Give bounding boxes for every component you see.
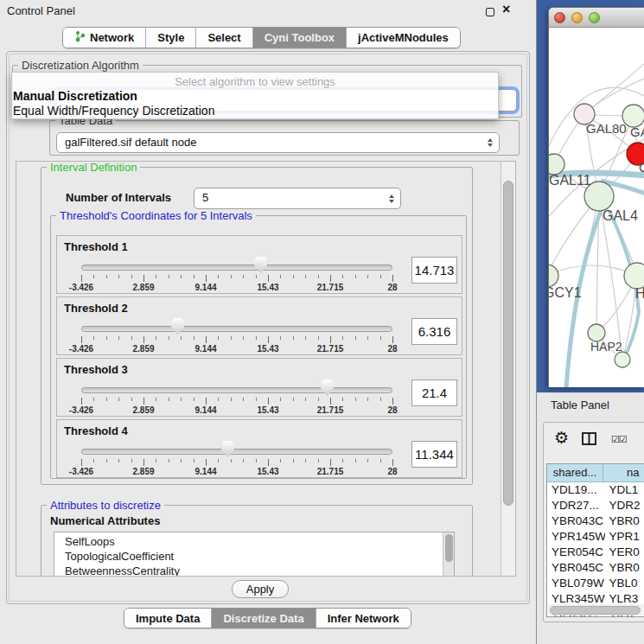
tab-discretize-data[interactable]: Discretize Data bbox=[211, 609, 315, 628]
tab-jactivemnodules[interactable]: jActiveMNodules bbox=[346, 28, 460, 48]
number-of-intervals-combobox[interactable]: 5 bbox=[194, 188, 401, 209]
node-label-hap2: HAP2 bbox=[590, 340, 622, 354]
threshold-label: Threshold 3 bbox=[64, 363, 128, 376]
table-cell: YBR0 bbox=[605, 560, 644, 576]
hscrollbar-thumb[interactable] bbox=[550, 606, 641, 615]
table-cell: YDR2 bbox=[605, 498, 644, 513]
slider-ticks bbox=[81, 459, 392, 467]
group-title-thresholds: Threshold's Coordinates for 5 Intervals bbox=[56, 209, 256, 222]
tick-label: 21.715 bbox=[317, 467, 344, 476]
threshold-panel: Threshold 4 -3.4262.8599.14415.4321.7152… bbox=[56, 419, 462, 478]
table-row[interactable]: YDL19...YDL1 bbox=[547, 482, 644, 498]
tab-label: Cyni Toolbox bbox=[265, 31, 335, 44]
table-cell: YER054C bbox=[547, 545, 605, 560]
tab-label: Impute Data bbox=[136, 612, 200, 625]
tick-label: 9.144 bbox=[194, 344, 216, 354]
node-label-gal11: GAL11 bbox=[549, 173, 591, 188]
slider-thumb[interactable] bbox=[254, 257, 267, 273]
popup-option-manual-discretization[interactable]: Manual Discretization bbox=[13, 89, 137, 103]
checkboxes-icon[interactable]: ☑☑ bbox=[611, 434, 627, 445]
settings-scrollbar[interactable] bbox=[501, 162, 515, 576]
tick-label: 15.43 bbox=[257, 405, 278, 415]
column-header-2[interactable]: na bbox=[603, 464, 644, 482]
zoom-traffic-light-icon[interactable] bbox=[589, 12, 600, 23]
table-row[interactable]: YPR145WYPR1 bbox=[547, 529, 644, 545]
slider-thumb[interactable] bbox=[171, 318, 184, 335]
network-graph: GAL80GACGAL11GAL4GCY1HHAP2 bbox=[549, 28, 644, 387]
table-cell: YBL0 bbox=[605, 576, 644, 591]
numerical-attributes-label: Numerical Attributes bbox=[50, 514, 160, 527]
column-layout-icon[interactable] bbox=[582, 432, 596, 449]
threshold-value-field[interactable]: 21.4 bbox=[411, 379, 457, 406]
network-node-h[interactable] bbox=[624, 263, 644, 289]
interval-definition-group: Interval Definition Number of Intervals … bbox=[41, 167, 473, 485]
network-node-hap2[interactable] bbox=[588, 324, 605, 341]
table-data-value: galFiltered.sif default node bbox=[65, 136, 196, 149]
tick-label: 9.144 bbox=[194, 467, 216, 476]
table-row[interactable]: YDR27...YDR2 bbox=[547, 498, 644, 513]
table-row[interactable]: YBL079WYBL0 bbox=[547, 576, 644, 591]
apply-button[interactable]: Apply bbox=[232, 580, 289, 598]
settings-scrollpane: Interval Definition Number of Intervals … bbox=[16, 161, 516, 577]
tick-label: 9.144 bbox=[194, 405, 216, 415]
combo-arrows-icon bbox=[488, 138, 493, 147]
scrollbar-thumb[interactable] bbox=[503, 181, 513, 506]
popup-option-equal-width-frequency-discretization[interactable]: Equal Width/Frequency Discretization bbox=[13, 104, 214, 118]
network-node[interactable] bbox=[615, 352, 630, 367]
close-traffic-light-icon[interactable] bbox=[554, 12, 565, 23]
slider-track[interactable] bbox=[81, 326, 392, 332]
node-label-gcy1: GCY1 bbox=[549, 285, 582, 300]
table-cell: YDL19... bbox=[547, 482, 605, 498]
attribute-item-selfloops[interactable]: SelfLoops bbox=[65, 534, 454, 549]
tick-label: 21.715 bbox=[317, 283, 344, 292]
list-scrollbar[interactable] bbox=[443, 532, 454, 576]
threshold-panel: Threshold 2 -3.4262.8599.14415.4321.7152… bbox=[56, 296, 462, 355]
top-tab-bar: NetworkStyleSelectCyni ToolboxjActiveMNo… bbox=[62, 27, 461, 48]
tab-style[interactable]: Style bbox=[145, 28, 195, 48]
threshold-value-field[interactable]: 14.713 bbox=[411, 257, 457, 284]
table-row[interactable]: YBR043CYBR0 bbox=[547, 513, 644, 529]
table-row[interactable]: YBR045CYBR0 bbox=[547, 560, 644, 576]
slider-track[interactable] bbox=[81, 265, 392, 271]
slider-thumb[interactable] bbox=[221, 441, 234, 457]
gear-icon[interactable]: ⚙ bbox=[554, 428, 569, 448]
tick-label: 21.715 bbox=[317, 344, 344, 354]
table-hscrollbar[interactable] bbox=[548, 604, 644, 615]
threshold-value-field[interactable]: 6.316 bbox=[411, 318, 457, 345]
slider-track[interactable] bbox=[81, 387, 392, 393]
tab-cyni-toolbox[interactable]: Cyni Toolbox bbox=[252, 28, 346, 48]
tab-infer-network[interactable]: Infer Network bbox=[316, 609, 411, 628]
tick-label: 28 bbox=[387, 467, 397, 476]
tab-select[interactable]: Select bbox=[195, 28, 252, 48]
node-table[interactable]: shared...na YDL19...YDL1YDR27...YDR2YBR0… bbox=[546, 463, 644, 617]
table-cell: YBR045C bbox=[547, 560, 605, 576]
group-title-algorithm: Discretization Algorithm bbox=[18, 59, 143, 72]
table-data-combobox[interactable]: galFiltered.sif default node bbox=[56, 132, 500, 153]
table-row[interactable]: YER054CYER0 bbox=[547, 545, 644, 560]
threshold-label: Threshold 1 bbox=[64, 240, 128, 253]
group-title-attributes: Attributes to discretize bbox=[47, 499, 164, 512]
network-node-gal11[interactable] bbox=[549, 154, 564, 175]
slider-thumb[interactable] bbox=[321, 379, 334, 396]
tick-label: 2.859 bbox=[132, 467, 154, 476]
tab-label: Select bbox=[207, 31, 240, 44]
network-window[interactable]: GAL80GACGAL11GAL4GCY1HHAP2 bbox=[548, 7, 644, 387]
minimize-traffic-light-icon[interactable] bbox=[571, 12, 583, 23]
threshold-value-field[interactable]: 11.344 bbox=[411, 441, 457, 468]
tab-network[interactable]: Network bbox=[63, 28, 145, 48]
table-panel-frame: ⚙ ☑☑ shared...na YDL19...YDL1YDR27...YDR… bbox=[543, 422, 644, 622]
column-header-1[interactable]: shared... bbox=[547, 464, 603, 482]
network-view[interactable]: GAL80GACGAL11GAL4GCY1HHAP2 bbox=[549, 28, 644, 387]
numerical-attributes-list[interactable]: SelfLoopsTopologicalCoefficientBetweenne… bbox=[54, 532, 455, 577]
slider-tick-labels: -3.4262.8599.14415.4321.71528 bbox=[81, 405, 392, 415]
tab-impute-data[interactable]: Impute Data bbox=[124, 609, 211, 628]
network-node-gcy1[interactable] bbox=[549, 265, 558, 287]
slider-ticks bbox=[81, 275, 392, 283]
close-icon[interactable]: × bbox=[502, 2, 510, 17]
float-window-icon[interactable] bbox=[486, 8, 494, 16]
slider-track[interactable] bbox=[81, 449, 392, 455]
attribute-item-betweennesscentrality[interactable]: BetweennessCentrality bbox=[65, 564, 454, 577]
tick-label: -3.426 bbox=[69, 344, 93, 354]
attribute-item-topologicalcoefficient[interactable]: TopologicalCoefficient bbox=[65, 549, 454, 564]
node-label-gal80: GAL80 bbox=[586, 121, 627, 136]
